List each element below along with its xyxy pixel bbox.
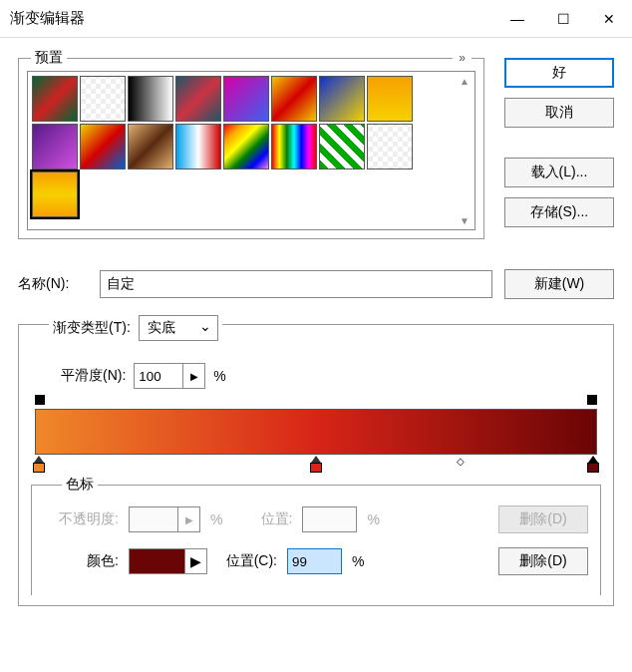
preset-swatch[interactable] <box>319 124 365 169</box>
color-label: 颜色: <box>44 552 119 570</box>
opacity-stop[interactable] <box>33 395 47 409</box>
preset-swatch[interactable] <box>32 76 78 122</box>
presets-label: 预置 <box>31 49 67 67</box>
opacity-label: 不透明度: <box>44 510 119 528</box>
gradient-bar-area: ◇ <box>35 409 597 455</box>
smoothness-label: 平滑度(N): <box>61 367 126 385</box>
color-arrow-icon[interactable]: ▶ <box>184 549 206 573</box>
name-label: 名称(N): <box>18 275 88 293</box>
color-stop[interactable] <box>308 456 324 473</box>
maximize-button[interactable]: ☐ <box>540 0 586 38</box>
preset-swatch[interactable] <box>175 76 221 122</box>
preset-swatch[interactable] <box>175 124 221 169</box>
preset-swatch[interactable] <box>223 76 269 122</box>
cancel-button[interactable]: 取消 <box>504 98 614 128</box>
preset-swatch[interactable] <box>128 124 173 169</box>
scroll-down-icon[interactable]: ▼ <box>457 213 473 227</box>
preset-swatch[interactable] <box>223 124 269 169</box>
gradient-group: 渐变类型(T): 实底 平滑度(N): ▶ % ◇ <box>18 324 614 606</box>
preset-swatch[interactable] <box>367 124 413 169</box>
smoothness-input[interactable] <box>134 363 183 389</box>
preset-swatch[interactable] <box>319 76 365 122</box>
preset-swatch[interactable] <box>128 76 173 122</box>
percent-label: % <box>213 368 225 384</box>
delete-color-button[interactable]: 删除(D) <box>498 547 588 575</box>
preset-swatch[interactable] <box>32 124 78 169</box>
opacity-pos-input <box>302 506 357 532</box>
presets-expand-icon[interactable]: » <box>453 51 472 65</box>
percent-label: % <box>367 511 379 527</box>
window-title: 渐变编辑器 <box>10 9 494 28</box>
presets-box: ▲ ▼ <box>27 71 475 230</box>
preset-swatch-selected[interactable] <box>32 171 78 217</box>
color-stop[interactable] <box>31 456 47 473</box>
name-input[interactable] <box>100 270 492 298</box>
gradient-bar[interactable] <box>35 409 597 455</box>
midpoint-icon[interactable]: ◇ <box>457 456 465 467</box>
delete-opacity-button: 删除(D) <box>498 505 588 533</box>
preset-swatch[interactable] <box>80 124 126 169</box>
save-button[interactable]: 存储(S)... <box>504 197 614 227</box>
close-button[interactable]: ✕ <box>586 0 632 38</box>
opacity-input <box>129 506 178 532</box>
color-pos-input[interactable] <box>287 548 342 574</box>
percent-label: % <box>352 553 364 569</box>
opacity-stop[interactable] <box>585 395 599 409</box>
color-well[interactable]: ▶ <box>129 548 207 574</box>
scroll-up-icon[interactable]: ▲ <box>457 74 473 88</box>
opacity-spin-icon: ▶ <box>178 506 200 532</box>
preset-swatch[interactable] <box>367 76 413 122</box>
gradient-type-select[interactable]: 实底 <box>139 315 218 341</box>
new-button[interactable]: 新建(W) <box>504 269 614 299</box>
preset-swatch[interactable] <box>80 76 126 122</box>
stops-group: 色标 不透明度: ▶ % 位置: % 删除(D) 颜色: ▶ 位置( <box>31 485 601 595</box>
preset-swatch[interactable] <box>271 76 317 122</box>
color-swatch[interactable] <box>130 549 184 573</box>
load-button[interactable]: 载入(L)... <box>504 158 614 187</box>
ok-button[interactable]: 好 <box>504 58 614 88</box>
preset-swatch[interactable] <box>271 124 317 169</box>
percent-label: % <box>210 511 222 527</box>
titlebar: 渐变编辑器 — ☐ ✕ <box>0 0 632 38</box>
opacity-pos-label: 位置: <box>232 510 292 528</box>
color-stop-selected[interactable] <box>585 456 601 473</box>
smoothness-spin-icon[interactable]: ▶ <box>183 363 205 389</box>
color-pos-label: 位置(C): <box>217 552 277 570</box>
gradient-type-label: 渐变类型(T): <box>53 319 131 337</box>
presets-group: 预置 » ▲ ▼ <box>18 58 484 239</box>
minimize-button[interactable]: — <box>494 0 540 38</box>
stops-label: 色标 <box>62 476 98 494</box>
